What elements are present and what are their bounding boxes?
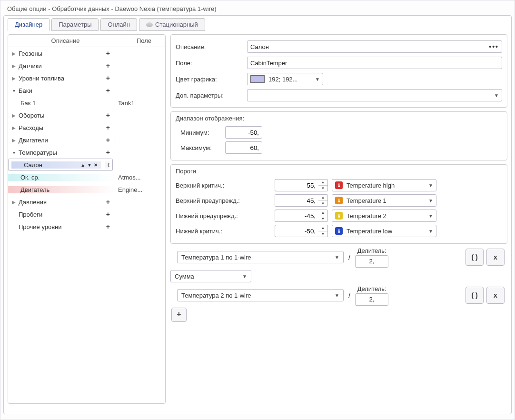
- add-icon[interactable]: +: [106, 74, 110, 82]
- expand-icon[interactable]: ▶: [11, 51, 17, 56]
- add-icon[interactable]: +: [106, 111, 110, 119]
- tree-cons[interactable]: Расходы: [19, 124, 43, 131]
- upper-warn-value[interactable]: [275, 194, 318, 207]
- label-lower-warn: Нижний предупрежд.:: [176, 212, 271, 220]
- max-input[interactable]: [225, 141, 262, 154]
- lower-warn-value[interactable]: [275, 210, 318, 222]
- tree-geozones[interactable]: Геозоны: [19, 50, 42, 57]
- label-field: Поле:: [176, 60, 247, 67]
- add-icon[interactable]: +: [106, 136, 110, 144]
- tree-mileage[interactable]: Пробеги: [19, 211, 42, 218]
- lower-warn-spinner[interactable]: ▲▼: [275, 210, 328, 222]
- tree-engines[interactable]: Двигатели: [19, 137, 48, 144]
- tree-other[interactable]: Прочие уровни: [19, 223, 62, 230]
- add-icon[interactable]: +: [106, 223, 110, 230]
- add-icon[interactable]: +: [106, 198, 110, 206]
- expand-icon[interactable]: ▶: [11, 200, 17, 205]
- tree-salon[interactable]: Салон: [24, 161, 42, 169]
- add-icon[interactable]: +: [106, 124, 110, 131]
- tab-designer[interactable]: Дизайнер: [8, 18, 50, 31]
- lower-warn-select[interactable]: 🌡Temperature 2▼: [332, 210, 436, 222]
- spin-up-icon[interactable]: ▲: [318, 180, 327, 186]
- add-icon[interactable]: +: [106, 87, 110, 94]
- tree-sensors[interactable]: Датчики: [19, 62, 42, 70]
- tree-pressure[interactable]: Давления: [19, 199, 47, 206]
- tree-tank1[interactable]: Бак 1: [20, 100, 36, 107]
- description-input[interactable]: Салон•••: [247, 40, 502, 53]
- lower-crit-select[interactable]: 🌡Temperature low▼: [332, 225, 436, 237]
- tree-tanks[interactable]: Баки: [19, 87, 32, 94]
- expand-icon[interactable]: ▶: [11, 63, 17, 69]
- chevron-down-icon: ▼: [494, 93, 499, 98]
- tree-salon-field: CabinT...: [105, 161, 109, 169]
- chart-color-dropdown[interactable]: 192; 192...▼: [247, 73, 323, 85]
- divide-symbol: /: [348, 253, 350, 261]
- ellipsis-button[interactable]: •••: [489, 43, 499, 50]
- tree-temps[interactable]: Температуры: [19, 149, 57, 156]
- divider2-input[interactable]: [355, 293, 388, 306]
- divider1-input[interactable]: [355, 255, 388, 268]
- move-down-icon[interactable]: ▼: [87, 162, 92, 168]
- main-props-panel: Описание: Салон••• Поле: CabinTemper Цве…: [170, 34, 507, 108]
- tab-params[interactable]: Параметры: [51, 18, 99, 31]
- upper-warn-spinner[interactable]: ▲▼: [275, 194, 328, 207]
- tree-ambient[interactable]: Ок. ср.: [20, 174, 40, 181]
- tree-grid: Описание Поле ▶Геозоны+ ▶Датчики+ ▶Уровн…: [8, 34, 166, 404]
- divider-label: Делитель:: [357, 247, 386, 254]
- tree-fuellevels[interactable]: Уровни топлива: [19, 75, 64, 82]
- formula-area: Температура 1 по 1-wire▼ / Делитель: ( )…: [170, 248, 507, 322]
- tab-stationary-label: Стационарный: [155, 21, 198, 28]
- tree-engine-temp[interactable]: Двигатель: [20, 186, 50, 193]
- add-formula-button[interactable]: +: [171, 308, 187, 322]
- label-description: Описание:: [176, 43, 247, 50]
- collapse-icon[interactable]: ▾: [11, 150, 17, 155]
- formula-source2-dropdown[interactable]: Температура 2 по 1-wire▼: [177, 289, 344, 301]
- col-header-field[interactable]: Поле: [123, 35, 165, 47]
- field-input[interactable]: CabinTemper: [247, 57, 502, 69]
- chevron-down-icon: ▼: [242, 274, 247, 279]
- window-title: Общие опции - Обработчик данных - Daewoo…: [3, 3, 512, 15]
- divider-label: Делитель:: [357, 285, 386, 292]
- description-input-text: Салон: [250, 43, 269, 50]
- expand-icon[interactable]: ▶: [11, 138, 17, 143]
- spin-down-icon[interactable]: ▼: [318, 216, 327, 222]
- expand-icon[interactable]: ▶: [11, 76, 17, 81]
- upper-crit-select-text: Temperature high: [347, 182, 395, 189]
- expand-icon[interactable]: ▶: [11, 125, 17, 130]
- lower-crit-spinner[interactable]: ▲▼: [275, 225, 328, 237]
- col-header-description[interactable]: Описание: [8, 35, 123, 47]
- spin-up-icon[interactable]: ▲: [318, 210, 327, 216]
- spin-down-icon[interactable]: ▼: [318, 201, 327, 207]
- add-icon[interactable]: +: [106, 62, 110, 70]
- delete-icon[interactable]: ✕: [94, 162, 98, 168]
- lower-crit-value[interactable]: [275, 225, 318, 237]
- upper-crit-value[interactable]: [275, 179, 318, 191]
- min-input[interactable]: [225, 126, 262, 139]
- add-icon[interactable]: +: [106, 210, 110, 218]
- upper-crit-spinner[interactable]: ▲▼: [275, 179, 328, 191]
- remove-button[interactable]: x: [486, 287, 505, 304]
- upper-crit-select[interactable]: 🌡Temperature high▼: [332, 179, 436, 191]
- add-icon[interactable]: +: [106, 50, 110, 57]
- spin-up-icon[interactable]: ▲: [318, 195, 327, 201]
- tab-stationary[interactable]: Стационарный: [139, 18, 205, 31]
- remove-button[interactable]: x: [486, 249, 505, 266]
- label-chart-color: Цвет графика:: [176, 76, 247, 83]
- window: Общие опции - Обработчик данных - Daewoo…: [0, 0, 515, 420]
- paren-button[interactable]: ( ): [465, 287, 484, 304]
- paren-button[interactable]: ( ): [465, 249, 484, 266]
- addparams-dropdown[interactable]: ▼: [247, 89, 502, 101]
- spin-down-icon[interactable]: ▼: [318, 231, 327, 237]
- chevron-down-icon: ▼: [335, 255, 339, 260]
- move-up-icon[interactable]: ▲: [80, 162, 85, 168]
- tree-rpm[interactable]: Обороты: [19, 112, 44, 119]
- aggregation-dropdown[interactable]: Сумма▼: [170, 270, 251, 282]
- upper-warn-select[interactable]: 🌡Temperature 1▼: [332, 194, 436, 207]
- spin-down-icon[interactable]: ▼: [318, 186, 327, 191]
- tab-online[interactable]: Онлайн: [100, 18, 137, 31]
- add-icon[interactable]: +: [106, 149, 110, 156]
- expand-icon[interactable]: ▶: [11, 113, 17, 118]
- formula-source1-dropdown[interactable]: Температура 1 по 1-wire▼: [177, 251, 344, 263]
- spin-up-icon[interactable]: ▲: [318, 225, 327, 231]
- collapse-icon[interactable]: ▾: [11, 88, 17, 93]
